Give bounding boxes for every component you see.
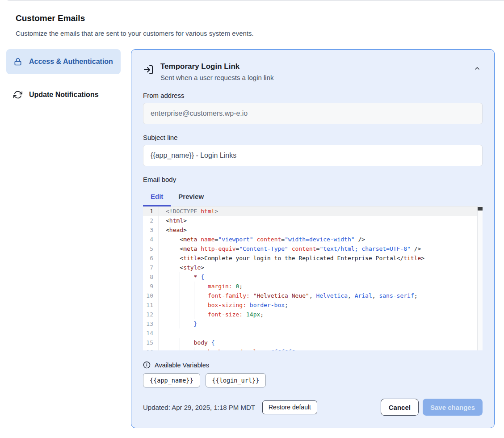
editor-scrollbar-thumb[interactable] — [478, 207, 483, 211]
line-number: 2 — [143, 216, 159, 225]
code-line[interactable]: 4 <meta name="viewport" content="width=d… — [143, 235, 483, 244]
lock-icon — [13, 57, 22, 66]
line-number: 4 — [143, 235, 159, 244]
code-line[interactable]: 13 } — [143, 319, 483, 328]
panel-title: Temporary Login Link — [160, 61, 273, 72]
line-number: 3 — [143, 225, 159, 235]
line-number: 13 — [143, 319, 159, 328]
code-line[interactable]: 10 font-family: "Helvetica Neue", Helvet… — [143, 291, 483, 300]
code-line[interactable]: 5 <meta http-equiv="Content-Type" conten… — [143, 244, 483, 253]
line-number: 5 — [143, 244, 159, 253]
cancel-button[interactable]: Cancel — [381, 399, 419, 416]
variable-chip-login-url[interactable]: {{login_url}} — [206, 373, 266, 387]
line-number: 9 — [143, 282, 159, 291]
panel-footer: Updated: Apr 29, 2025, 1:18 PM MDT Resto… — [143, 399, 483, 416]
restore-default-button[interactable]: Restore default — [262, 400, 317, 414]
code-editor-lines: 1<!DOCTYPE html>2<html>3<head>4 <meta na… — [143, 206, 483, 350]
variable-chips: {{app_name}} {{login_url}} — [143, 373, 483, 387]
page-title: Customer Emails — [16, 13, 85, 23]
code-line[interactable]: 9 margin: 0; — [143, 282, 483, 291]
available-variables-row: Available Variables — [143, 361, 483, 369]
code-line[interactable]: 3<head> — [143, 225, 483, 235]
sidebar-item-label: Update Notifications — [29, 90, 99, 100]
code-line[interactable]: 15 body { — [143, 338, 483, 347]
code-line[interactable]: 16 background-color: #f6f6f6; — [143, 347, 483, 350]
refresh-icon — [13, 90, 22, 99]
page-subtitle: Customize the emails that are sent to yo… — [16, 29, 254, 37]
temporary-login-link-panel: Temporary Login Link Sent when a user re… — [131, 49, 495, 428]
info-icon — [143, 361, 151, 369]
code-line[interactable]: 2<html> — [143, 216, 483, 225]
line-number: 1 — [143, 206, 159, 216]
sidebar-item-update-notifications[interactable]: Update Notifications — [6, 82, 121, 107]
chevron-up-icon — [474, 65, 481, 72]
from-address-label: From address — [143, 92, 483, 99]
code-line[interactable]: 8 * { — [143, 272, 483, 282]
line-number: 12 — [143, 310, 159, 319]
code-line[interactable]: 6 <title>Complete your login to the Repl… — [143, 253, 483, 263]
line-number: 14 — [143, 328, 159, 338]
subject-line-input[interactable] — [143, 145, 483, 166]
available-variables-label: Available Variables — [155, 362, 209, 369]
collapse-panel-button[interactable] — [474, 65, 481, 72]
email-types-sidebar: Access & Authentication Update Notificat… — [6, 49, 121, 107]
code-line[interactable]: 7 <style> — [143, 263, 483, 272]
code-line[interactable]: 12 font-size: 14px; — [143, 310, 483, 319]
email-body-label: Email body — [143, 176, 483, 183]
code-editor[interactable]: 1<!DOCTYPE html>2<html>3<head>4 <meta na… — [143, 206, 483, 350]
line-number: 6 — [143, 253, 159, 263]
tab-preview[interactable]: Preview — [171, 190, 211, 206]
sidebar-item-label: Access & Authentication — [29, 57, 113, 67]
code-line[interactable]: 11 box-sizing: border-box; — [143, 300, 483, 310]
line-number: 11 — [143, 300, 159, 310]
variable-chip-app-name[interactable]: {{app_name}} — [143, 373, 200, 387]
subject-line-label: Subject line — [143, 134, 483, 141]
code-line[interactable]: 14 — [143, 328, 483, 338]
login-icon — [143, 64, 154, 75]
tab-edit[interactable]: Edit — [143, 190, 171, 206]
code-line[interactable]: 1<!DOCTYPE html> — [143, 206, 483, 216]
panel-header-text: Temporary Login Link Sent when a user re… — [160, 61, 273, 82]
panel-header: Temporary Login Link Sent when a user re… — [143, 61, 483, 82]
save-changes-button[interactable]: Save changes — [423, 399, 483, 416]
previous-card-bottom-edge — [5, 0, 504, 1]
line-number: 10 — [143, 291, 159, 300]
from-address-input[interactable] — [143, 103, 483, 124]
updated-timestamp: Updated: Apr 29, 2025, 1:18 PM MDT — [143, 404, 255, 411]
panel-subtitle: Sent when a user requests a login link — [160, 73, 273, 82]
email-body-tabs: Edit Preview — [143, 190, 483, 206]
line-number: 16 — [143, 347, 159, 350]
editor-scrollbar[interactable] — [477, 206, 483, 350]
sidebar-item-access-authentication[interactable]: Access & Authentication — [6, 49, 121, 74]
line-number: 15 — [143, 338, 159, 347]
line-number: 8 — [143, 272, 159, 282]
line-number: 7 — [143, 263, 159, 272]
